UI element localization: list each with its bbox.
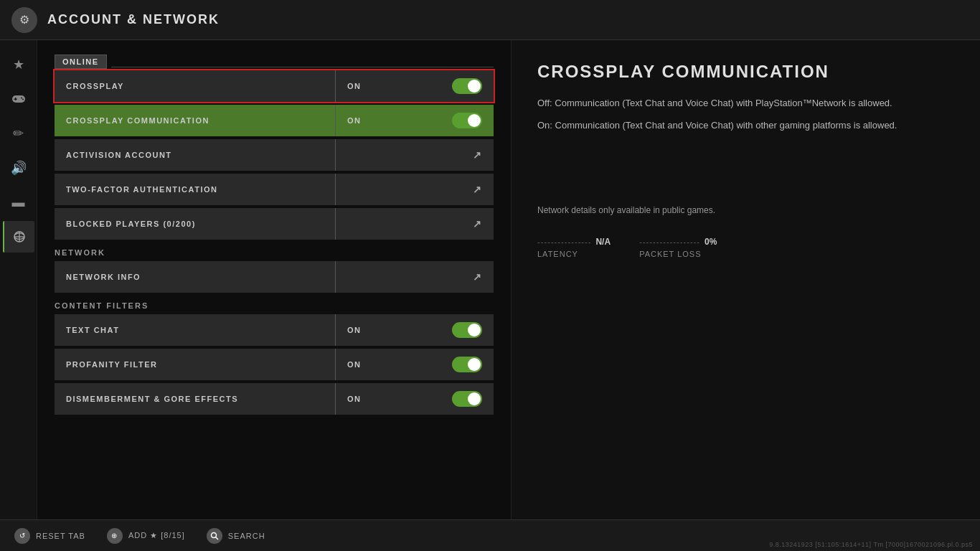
reset-icon: ↺ xyxy=(14,528,30,544)
sidebar-item-edit[interactable]: ✏ xyxy=(3,118,34,149)
sidebar-item-favorites[interactable]: ★ xyxy=(3,49,34,80)
gore-toggle[interactable] xyxy=(452,391,482,407)
activision-account-row[interactable]: ACTIVISION ACCOUNT ↗ xyxy=(55,139,494,171)
section-line xyxy=(111,67,494,67)
main-content: ONLINE CROSSPLAY ON CROSSPLAY COMMUNICAT… xyxy=(37,40,980,519)
crossplay-label: CROSSPLAY xyxy=(55,82,335,90)
search-icon xyxy=(207,528,222,544)
profanity-toggle-knob xyxy=(468,358,481,371)
profanity-label: PROFANITY FILTER xyxy=(55,360,335,369)
text-chat-value: ON xyxy=(336,322,494,338)
crossplay-comm-value-label: ON xyxy=(347,116,362,125)
reset-tab-label: RESET TAB xyxy=(36,532,85,540)
description-text1: Off: Communication (Text Chat and Voice … xyxy=(537,96,954,111)
crossplay-communication-row[interactable]: CROSSPLAY COMMUNICATION ON xyxy=(55,105,494,136)
text-chat-label: TEXT CHAT xyxy=(55,326,335,334)
crossplay-comm-toggle[interactable] xyxy=(452,113,482,128)
profanity-value: ON xyxy=(336,357,494,372)
sidebar-item-controller[interactable] xyxy=(3,83,34,115)
gore-label: DISMEMBERMENT & GORE EFFECTS xyxy=(55,395,335,403)
latency-dashes: - - - - - - - - - - - - - - - - xyxy=(537,237,590,246)
profanity-toggle[interactable] xyxy=(452,357,482,372)
description-title: CROSSPLAY COMMUNICATION xyxy=(537,62,954,82)
network-stats: - - - - - - - - - - - - - - - - N/A Late… xyxy=(537,237,954,258)
top-header: ⚙ ACCOUNT & NETWORK xyxy=(0,0,980,40)
latency-value: N/A xyxy=(595,237,611,247)
gore-value-label: ON xyxy=(347,395,362,403)
blocked-players-row[interactable]: BLOCKED PLAYERS (0/200) ↗ xyxy=(55,208,494,240)
left-sidebar: ★ ✏ 🔊 ▬ xyxy=(0,40,37,519)
text-chat-toggle-knob xyxy=(468,324,481,336)
gore-effects-row[interactable]: DISMEMBERMENT & GORE EFFECTS ON xyxy=(55,383,494,415)
latency-label: Latency xyxy=(537,250,611,258)
description-text2: On: Communication (Text Chat and Voice C… xyxy=(537,118,954,133)
packet-loss-value: 0% xyxy=(705,237,717,247)
profanity-filter-row[interactable]: PROFANITY FILTER ON xyxy=(55,349,494,380)
blocked-players-value: ↗ xyxy=(336,218,494,230)
search-label: SEARCH xyxy=(228,532,265,540)
add-favorite-label: ADD ★ [8/15] xyxy=(128,531,185,540)
settings-panel: ONLINE CROSSPLAY ON CROSSPLAY COMMUNICAT… xyxy=(37,40,511,519)
network-info-label: NETWORK INFO xyxy=(55,273,335,281)
sidebar-item-audio[interactable]: 🔊 xyxy=(3,152,34,184)
add-icon: ⊕ xyxy=(107,528,123,544)
network-info-row[interactable]: NETWORK INFO ↗ xyxy=(55,261,494,293)
online-tab[interactable]: ONLINE xyxy=(55,55,107,69)
description-panel: CROSSPLAY COMMUNICATION Off: Communicati… xyxy=(511,40,980,519)
activision-label: ACTIVISION ACCOUNT xyxy=(55,151,335,159)
network-info-value: ↗ xyxy=(336,271,494,283)
crossplay-value: ON xyxy=(336,78,494,94)
text-chat-value-label: ON xyxy=(347,326,362,334)
network-notice: Network details only available in public… xyxy=(537,205,954,215)
packet-loss-stat: - - - - - - - - - - - - - - - - - - 0% P… xyxy=(639,237,717,258)
crossplay-comm-label: CROSSPLAY COMMUNICATION xyxy=(55,116,335,125)
external-link-icon: ↗ xyxy=(473,271,483,283)
packet-loss-dashes: - - - - - - - - - - - - - - - - - - xyxy=(639,237,699,246)
svg-line-9 xyxy=(215,537,218,540)
sidebar-item-display[interactable]: ▬ xyxy=(3,187,34,218)
search-button[interactable]: SEARCH xyxy=(207,528,265,544)
two-factor-row[interactable]: TWO-FACTOR AUTHENTICATION ↗ xyxy=(55,174,494,205)
page-title: ACCOUNT & NETWORK xyxy=(47,12,220,27)
external-link-icon: ↗ xyxy=(473,184,483,195)
latency-stat: - - - - - - - - - - - - - - - - N/A Late… xyxy=(537,237,611,258)
gore-toggle-knob xyxy=(468,392,481,405)
external-link-icon: ↗ xyxy=(473,149,483,161)
gore-value: ON xyxy=(336,391,494,407)
crossplay-comm-value: ON xyxy=(336,113,494,128)
header-icon: ⚙ xyxy=(11,7,37,33)
packet-loss-label: Packet Loss xyxy=(639,250,717,258)
svg-point-3 xyxy=(21,98,22,99)
blocked-players-label: BLOCKED PLAYERS (0/200) xyxy=(55,220,335,228)
text-chat-row[interactable]: TEXT CHAT ON xyxy=(55,314,494,346)
text-chat-toggle[interactable] xyxy=(452,322,482,338)
reset-tab-button[interactable]: ↺ RESET TAB xyxy=(14,528,85,544)
crossplay-toggle[interactable] xyxy=(452,78,482,94)
external-link-icon: ↗ xyxy=(473,218,483,230)
crossplay-row[interactable]: CROSSPLAY ON xyxy=(55,70,494,102)
add-favorite-button[interactable]: ⊕ ADD ★ [8/15] xyxy=(107,528,185,544)
crossplay-comm-toggle-knob xyxy=(468,114,481,127)
svg-point-4 xyxy=(22,99,24,100)
sidebar-item-network[interactable] xyxy=(3,221,34,253)
svg-point-8 xyxy=(211,532,216,537)
profanity-value-label: ON xyxy=(347,360,362,369)
crossplay-value-label: ON xyxy=(347,82,362,90)
svg-rect-2 xyxy=(14,99,17,100)
network-section-heading: NETWORK xyxy=(55,248,494,257)
version-info: 9.8.13241923 [51:105:1614+11] Tm [7000]1… xyxy=(769,541,973,548)
crossplay-toggle-knob xyxy=(468,80,481,93)
two-factor-label: TWO-FACTOR AUTHENTICATION xyxy=(55,185,335,194)
activision-value: ↗ xyxy=(336,149,494,161)
two-factor-value: ↗ xyxy=(336,184,494,195)
content-filters-heading: CONTENT FILTERS xyxy=(55,301,494,310)
